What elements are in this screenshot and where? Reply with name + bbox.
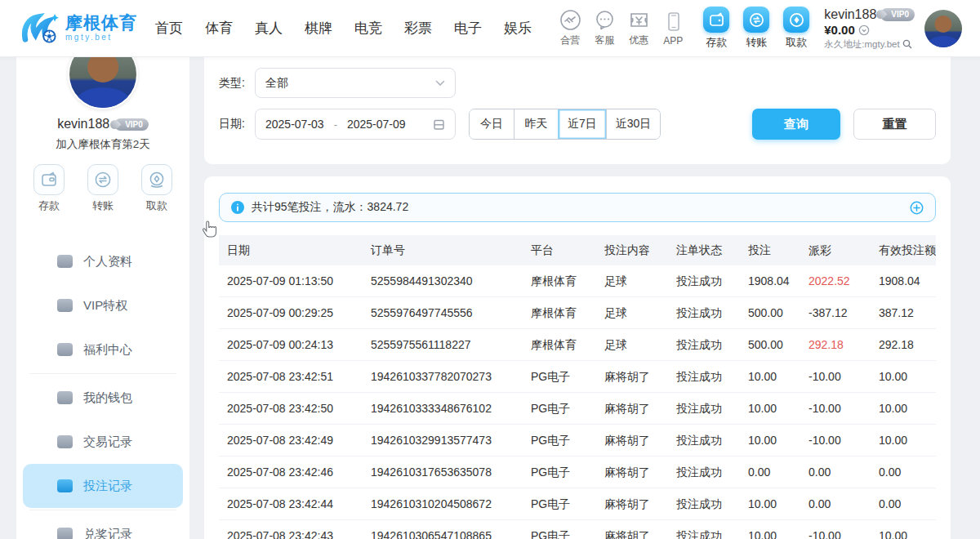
cell-status: 投注成功	[668, 361, 740, 392]
cell-platform: PG电子	[523, 520, 596, 539]
table-row[interactable]: 2025-07-08 23:42:51 1942610337782070273 …	[219, 361, 936, 393]
sidebar-menu-item[interactable]: 投注记录	[23, 464, 183, 508]
range-today-button[interactable]: 今日	[470, 109, 514, 139]
nav-link[interactable]: 首页	[155, 19, 183, 38]
my-wallet-icon	[57, 391, 73, 404]
nav-link[interactable]: 电子	[454, 19, 482, 38]
brand-logo[interactable]: 摩根体育 mgty.bet	[21, 12, 137, 45]
table-row[interactable]: 2025-07-09 01:13:50 5255984491302340 摩根体…	[219, 265, 936, 297]
range-7days-button[interactable]: 近7日	[558, 109, 606, 139]
transaction-history-icon	[57, 435, 73, 448]
promotions-icon	[628, 9, 650, 31]
nav-link[interactable]: 棋牌	[305, 19, 332, 38]
profile-icon	[57, 255, 73, 268]
brand-name: 摩根体育	[65, 14, 137, 32]
cell-order-number: 1942610329913577473	[363, 425, 523, 456]
welfare-center-icon	[57, 343, 73, 356]
menu-divider	[29, 373, 176, 374]
transfer-button[interactable]: 转账	[743, 7, 769, 50]
balance-refresh-icon[interactable]	[858, 24, 870, 36]
user-info: kevin188 VIP0 ¥0.00 永久地址:mgty.bet	[824, 7, 915, 50]
promotions-label: 优惠	[629, 33, 648, 47]
partnership-label: 合营	[560, 33, 580, 47]
column-header: 订单号	[363, 235, 523, 265]
app-download-icon	[662, 11, 684, 33]
expand-plus-icon[interactable]	[910, 201, 924, 215]
menu-item-label: VIP特权	[83, 298, 127, 314]
cell-valid-bet: 387.12	[871, 297, 936, 328]
cell-order-number: 1942610310204508672	[363, 488, 523, 519]
table-row[interactable]: 2025-07-08 23:42:49 1942610329913577473 …	[219, 425, 936, 457]
nav-link[interactable]: 电竞	[354, 19, 382, 38]
nav-link[interactable]: 体育	[205, 19, 233, 38]
search-button[interactable]: 查询	[752, 109, 840, 140]
calendar-icon	[433, 118, 445, 131]
nav-link[interactable]: 娱乐	[504, 19, 532, 38]
cell-bet-content: 麻将胡了	[596, 457, 668, 488]
range-30days-button[interactable]: 近30日	[606, 109, 661, 139]
sidebar-deposit-label: 存款	[38, 198, 60, 213]
cell-order-number: 5255976497745556	[363, 297, 523, 328]
date-range-picker[interactable]: 2025-07-03 - 2025-07-09	[255, 109, 456, 140]
sidebar-menu-item[interactable]: 兑奖记录	[23, 512, 183, 539]
column-header: 注单状态	[668, 235, 740, 265]
cell-order-number: 5255984491302340	[363, 265, 523, 296]
sidebar: kevin188 VIP0 加入摩根体育第2天 存款 转账	[16, 57, 189, 539]
reset-button[interactable]: 重置	[853, 109, 936, 140]
table-row[interactable]: 2025-07-09 00:24:13 5255975561118227 摩根体…	[219, 329, 936, 361]
column-header: 平台	[523, 235, 596, 265]
cell-status: 投注成功	[668, 393, 740, 424]
cell-bet-content: 麻将胡了	[596, 393, 668, 424]
sidebar-deposit-button[interactable]: 存款	[33, 164, 65, 213]
partnership-icon	[559, 9, 581, 31]
cell-valid-bet: 10.00	[871, 520, 936, 539]
cell-bet-content: 麻将胡了	[596, 520, 668, 539]
nav-link[interactable]: 真人	[255, 19, 283, 38]
info-icon	[231, 201, 244, 214]
cell-date: 2025-07-09 01:13:50	[219, 265, 363, 296]
main-nav: 首页体育真人棋牌电竞彩票电子娱乐	[155, 19, 532, 38]
search-icon[interactable]	[902, 39, 912, 49]
brand-domain: mgty.bet	[65, 33, 137, 42]
withdraw-button[interactable]: 取款	[783, 7, 809, 50]
table-row[interactable]: 2025-07-09 00:29:25 5255976497745556 摩根体…	[219, 297, 936, 329]
menu-item-label: 投注记录	[83, 479, 132, 494]
cell-bet-content: 麻将胡了	[596, 488, 668, 519]
transfer-icon	[87, 164, 118, 195]
sidebar-menu-item[interactable]: 交易记录	[23, 420, 183, 464]
cell-valid-bet: 0.00	[871, 488, 936, 519]
sidebar-withdraw-button[interactable]: 取款	[141, 164, 172, 213]
deposit-button[interactable]: 存款	[703, 7, 729, 50]
nav-link[interactable]: 彩票	[404, 19, 432, 38]
redeem-records-icon	[57, 528, 73, 539]
sidebar-menu-item[interactable]: VIP特权	[23, 283, 183, 327]
table-row[interactable]: 2025-07-08 23:42:44 1942610310204508672 …	[219, 488, 936, 520]
promotions-button[interactable]: 优惠	[621, 9, 656, 47]
partnership-button[interactable]: 合营	[553, 9, 587, 47]
nav-utilities: 合营 客服 优惠	[553, 7, 962, 50]
cell-bet-amount: 10.00	[740, 488, 800, 519]
deposit-icon	[33, 164, 65, 195]
table-body: 2025-07-09 01:13:50 5255984491302340 摩根体…	[219, 265, 936, 539]
sidebar-transfer-button[interactable]: 转账	[87, 164, 118, 213]
cell-date: 2025-07-09 00:29:25	[219, 297, 363, 328]
app-download-button[interactable]: APP	[656, 11, 690, 47]
table-row[interactable]: 2025-07-08 23:42:43 1942610306547108865 …	[219, 520, 936, 539]
type-select[interactable]: 全部	[255, 68, 456, 98]
join-days-text: 加入摩根体育第2天	[16, 137, 189, 152]
withdraw-label: 取款	[786, 35, 807, 50]
sidebar-menu-item[interactable]: 个人资料	[23, 239, 183, 283]
customer-service-button[interactable]: 客服	[587, 9, 621, 47]
table-row[interactable]: 2025-07-08 23:42:50 1942610333348676102 …	[219, 393, 936, 425]
cell-status: 投注成功	[668, 297, 740, 328]
sidebar-username: kevin188	[57, 117, 109, 131]
top-navbar: 摩根体育 mgty.bet 首页体育真人棋牌电竞彩票电子娱乐 合营	[0, 0, 980, 57]
table-row[interactable]: 2025-07-08 23:42:46 1942610317653635078 …	[219, 457, 936, 488]
user-avatar[interactable]	[924, 10, 962, 47]
cell-bet-amount: 0.00	[740, 457, 800, 488]
cell-bet-content: 足球	[596, 329, 668, 360]
cell-platform: PG电子	[523, 393, 596, 424]
range-yesterday-button[interactable]: 昨天	[514, 109, 558, 139]
sidebar-menu-item[interactable]: 福利中心	[23, 327, 183, 372]
sidebar-menu-item[interactable]: 我的钱包	[23, 376, 183, 420]
